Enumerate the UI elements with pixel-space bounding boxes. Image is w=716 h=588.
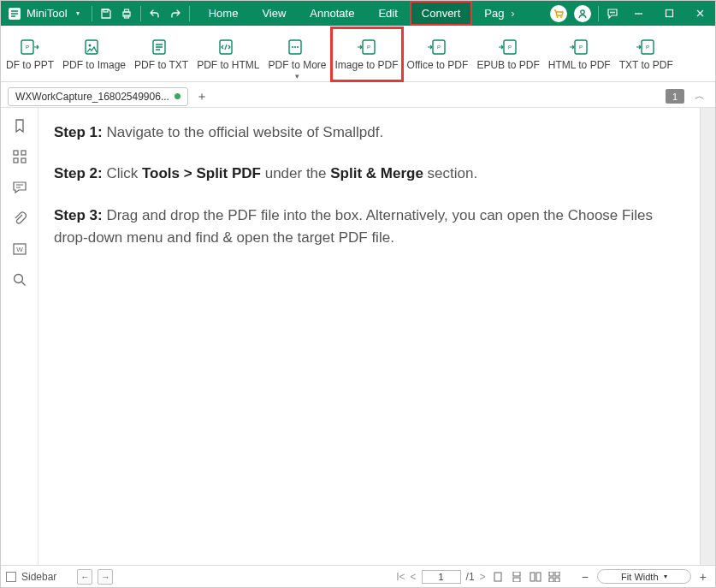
- attachments-icon[interactable]: [10, 209, 29, 228]
- document-tab[interactable]: WXWorkCapture_16802549906...: [8, 87, 188, 106]
- svg-rect-3: [124, 9, 128, 12]
- svg-text:P: P: [579, 45, 583, 50]
- svg-rect-44: [549, 572, 553, 576]
- document-tabs: WXWorkCapture_16802549906... ＋ 1 ︿: [1, 82, 715, 108]
- bookmark-icon[interactable]: [10, 116, 29, 135]
- app-name: MiniTool: [27, 7, 68, 20]
- svg-rect-40: [513, 572, 520, 576]
- svg-rect-32: [14, 151, 18, 155]
- separator: [598, 6, 599, 21]
- svg-point-38: [14, 275, 22, 283]
- minimize-button[interactable]: [623, 1, 654, 26]
- maximize-button[interactable]: [654, 1, 684, 26]
- print-icon[interactable]: [116, 1, 137, 26]
- svg-rect-11: [666, 10, 672, 17]
- zoom-select[interactable]: Fit Width ▾: [597, 569, 691, 584]
- menu-annotate[interactable]: Annotate: [298, 1, 366, 26]
- document-tab-name: WXWorkCapture_16802549906...: [15, 91, 169, 103]
- ribbon-pdf-to-more[interactable]: PDF to More: [265, 29, 330, 78]
- collapse-ribbon-icon[interactable]: ︿: [691, 89, 708, 104]
- sidebar-toggle-icon[interactable]: [6, 572, 16, 582]
- ribbon-pdf-to-image[interactable]: PDF to Image: [59, 29, 129, 78]
- step-1: Step 1: Navigate to the official website…: [54, 122, 684, 144]
- close-button[interactable]: [684, 1, 715, 26]
- menu-scroll-right-icon[interactable]: ›: [506, 1, 519, 26]
- feedback-icon[interactable]: [602, 1, 623, 26]
- svg-point-10: [613, 11, 615, 13]
- prev-page-icon[interactable]: <: [411, 571, 417, 583]
- ribbon-html-to-pdf[interactable]: P HTML to PDF: [545, 29, 614, 78]
- zoom-out-button[interactable]: −: [578, 570, 592, 584]
- menu-page[interactable]: Pag: [472, 1, 506, 26]
- menu-convert[interactable]: Convert: [410, 1, 473, 26]
- modified-indicator-icon: [175, 93, 180, 99]
- menu-home[interactable]: Home: [197, 1, 251, 26]
- redo-icon[interactable]: [165, 1, 186, 26]
- first-page-icon[interactable]: I<: [396, 571, 405, 583]
- cart-icon[interactable]: [550, 5, 567, 22]
- document-page: Step 1: Navigate to the official website…: [38, 108, 700, 565]
- svg-rect-42: [530, 573, 535, 581]
- thumbnails-icon[interactable]: [10, 147, 29, 166]
- ribbon-pdf-to-html[interactable]: PDF to HTML: [193, 29, 263, 78]
- left-toolbar: W: [1, 108, 38, 565]
- ribbon-office-to-pdf[interactable]: P Office to PDF: [404, 29, 472, 78]
- search-icon[interactable]: [10, 270, 29, 289]
- page-area[interactable]: Step 1: Navigate to the official website…: [38, 108, 700, 565]
- svg-point-9: [612, 11, 613, 13]
- next-page-icon[interactable]: >: [480, 571, 486, 583]
- title-bar: MiniTool ▾ Home View Annotate Edit Conve…: [1, 1, 715, 26]
- account-icon[interactable]: [574, 5, 591, 22]
- ribbon-epub-to-pdf[interactable]: P EPUB to PDF: [473, 29, 542, 78]
- zoom-in-button[interactable]: +: [696, 570, 710, 584]
- app-menu-caret[interactable]: ▾: [73, 9, 83, 17]
- prev-nav-button[interactable]: ←: [77, 569, 92, 585]
- menu-edit[interactable]: Edit: [366, 1, 409, 26]
- ribbon-pdf-to-txt[interactable]: PDF to TXT: [131, 29, 192, 78]
- svg-point-19: [292, 46, 293, 48]
- menu-view[interactable]: View: [250, 1, 298, 26]
- svg-point-21: [297, 46, 299, 48]
- separator: [189, 6, 190, 21]
- svg-rect-34: [14, 158, 18, 163]
- svg-text:W: W: [16, 246, 23, 253]
- page-total: /1: [466, 571, 475, 583]
- ribbon-image-to-pdf[interactable]: P Image to PDF: [332, 29, 402, 78]
- svg-rect-33: [21, 151, 26, 155]
- view-two-page-icon[interactable]: [529, 571, 542, 583]
- comments-icon[interactable]: [10, 178, 29, 197]
- view-continuous-icon[interactable]: [510, 571, 524, 583]
- app-logo[interactable]: MiniTool ▾: [1, 1, 88, 26]
- view-single-icon[interactable]: [491, 571, 505, 583]
- svg-point-20: [294, 46, 296, 48]
- undo-icon[interactable]: [145, 1, 165, 26]
- svg-point-15: [89, 44, 92, 46]
- step-2: Step 2: Click Tools > Split PDF under th…: [54, 163, 684, 185]
- separator: [92, 6, 92, 21]
- svg-text:P: P: [646, 45, 649, 50]
- workspace: W Step 1: Navigate to the official websi…: [1, 108, 715, 565]
- word-export-icon[interactable]: W: [10, 240, 29, 258]
- svg-rect-47: [555, 578, 559, 582]
- ribbon-txt-to-pdf[interactable]: P TXT to PDF: [616, 29, 677, 78]
- svg-rect-46: [549, 578, 553, 582]
- page-number-input[interactable]: [422, 570, 461, 584]
- ribbon-pdf-to-ppt[interactable]: P DF to PPT: [3, 29, 57, 78]
- page-count-badge: 1: [666, 89, 684, 104]
- view-grid-icon[interactable]: [547, 571, 561, 583]
- save-icon[interactable]: [96, 1, 116, 26]
- svg-rect-1: [104, 9, 108, 12]
- svg-rect-45: [555, 572, 559, 576]
- svg-rect-41: [513, 578, 520, 582]
- status-bar: Sidebar ← → I< < /1 > − Fit Width ▾ +: [1, 565, 715, 587]
- svg-point-8: [610, 11, 612, 13]
- new-tab-button[interactable]: ＋: [193, 88, 210, 105]
- svg-text:P: P: [26, 45, 29, 50]
- svg-rect-39: [494, 573, 501, 581]
- sidebar-label[interactable]: Sidebar: [21, 571, 56, 583]
- main-menu: Home View Annotate Edit Convert Pag ›: [197, 1, 520, 26]
- next-nav-button[interactable]: →: [98, 569, 113, 585]
- svg-text:P: P: [437, 45, 441, 50]
- logo-icon: [8, 7, 21, 21]
- vertical-scrollbar[interactable]: [700, 108, 715, 565]
